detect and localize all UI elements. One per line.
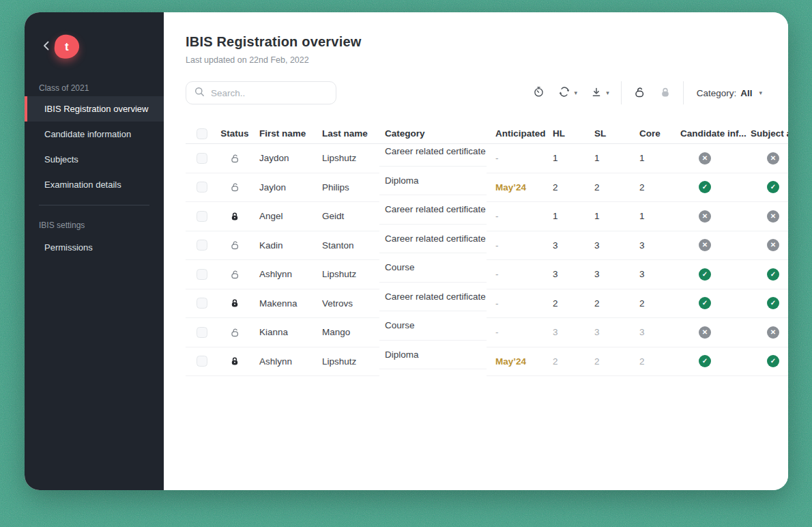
table-row[interactable]: AngelGeidtCareer related certificate-111… [186,202,788,231]
subject-approval-cell: ✕ [743,231,788,261]
status-cell [216,347,254,377]
sidebar-item-examination-details[interactable]: Examination details [25,172,164,197]
sl-cell: 3 [589,260,634,289]
table-row[interactable]: MakennaVetrovsCareer related certificate… [186,289,788,319]
unlock-button[interactable] [633,86,646,100]
search-input[interactable] [211,88,320,98]
last-name-cell: Geidt [317,202,379,231]
unlock-status-icon [229,327,240,338]
unlock-status-icon [229,153,240,164]
anticipated-cell: - [487,260,547,289]
row-checkbox[interactable] [197,153,207,164]
lock-status-icon [229,211,240,222]
category-value: Career related certificate [379,283,487,312]
sidebar-item-label: IBIS Registration overview [44,104,148,114]
sidebar-item-label: Examination details [44,180,121,190]
candidate-info-cell: ✕ [675,231,743,261]
first-name-cell: Ashlynn [254,347,317,377]
row-checkbox[interactable] [197,327,207,338]
unlock-status-icon [229,182,240,193]
candidate-info-rejected-badge: ✕ [699,239,711,251]
column-header-candidate-inf-: Candidate inf... [675,124,743,144]
subject-approval-cell: ✕ [743,318,788,347]
sidebar-item-permissions[interactable]: Permissions [25,235,164,260]
header-select-all-cell[interactable] [186,124,216,144]
hl-cell: 1 [547,144,589,173]
hl-cell: 3 [547,260,589,289]
candidate-info-cell: ✕ [675,318,743,347]
category-value: Course [379,253,487,283]
collapse-sidebar-button[interactable] [40,41,52,53]
category-value: Career related certificate [379,195,487,225]
toolbar-actions: ▾ ▾ [533,81,762,104]
first-name-cell: Kadin [254,231,317,261]
row-checkbox[interactable] [197,269,207,280]
sidebar-section: IBIS settingsPermissions [25,220,164,260]
subject-approval-cell: ✓ [743,347,788,377]
checkbox-cell [186,347,216,377]
select-all-checkbox[interactable] [197,128,207,139]
search-box[interactable] [186,81,336,104]
category-filter[interactable]: Category: All ▾ [697,88,762,98]
last-updated-text: Last updated on 22nd Feb, 2022 [186,55,309,65]
candidate-info-approved-badge: ✓ [699,268,711,281]
first-name-cell: Ashlynn [254,260,317,289]
sl-cell: 1 [589,144,634,173]
hl-cell: 3 [547,318,589,347]
subject-approval-approved-badge: ✓ [767,297,779,309]
refresh-button[interactable]: ▾ [558,86,578,100]
app-logo[interactable]: t [53,33,80,60]
sl-cell: 3 [589,318,634,347]
sidebar-nav: Class of 2021IBIS Registration overviewC… [25,83,164,260]
chevron-down-icon: ▾ [759,90,762,96]
core-cell: 3 [634,231,675,261]
last-name-cell: Lipshutz [317,144,379,173]
column-header-sl: SL [589,124,634,144]
row-checkbox[interactable] [197,356,207,367]
last-name-cell: Vetrovs [317,289,379,319]
column-header-first-name: First name [254,124,317,144]
row-checkbox[interactable] [197,240,207,251]
table-header-row: StatusFirst nameLast nameCategoryAnticip… [186,124,788,144]
table-row[interactable]: AshlynnLipshutzDiplomaMay’24222✓✓ [186,347,788,377]
sidebar-item-candidate-information[interactable]: Candidate information [25,122,164,147]
sidebar-item-ibis-registration-overview[interactable]: IBIS Registration overview [25,96,164,122]
row-checkbox[interactable] [197,298,207,309]
candidate-info-cell: ✓ [675,347,743,377]
table-row[interactable]: AshlynnLipshutzCourse-333✓✓ [186,260,788,289]
category-cell[interactable]: Diploma [379,347,487,377]
subject-approval-rejected-badge: ✕ [767,210,779,223]
category-value: Diploma [379,167,487,196]
subject-approval-cell: ✓ [743,289,788,319]
row-checkbox[interactable] [197,211,207,222]
table-row[interactable]: JaydonLipshutzCareer related certificate… [186,144,788,173]
table-row[interactable]: JaylonPhilipsDiplomaMay’24222✓✓ [186,173,788,203]
candidate-info-approved-badge: ✓ [699,297,711,309]
anticipated-value: - [495,153,499,163]
timer-button[interactable] [533,86,545,100]
category-value: Career related certificate [379,225,487,254]
candidate-info-cell: ✕ [675,144,743,173]
page-title: IBIS Registration overview [186,34,362,50]
column-header-subject-approval: Subject approval [743,124,788,144]
download-button[interactable]: ▾ [591,87,609,100]
category-value: Diploma [379,341,487,370]
table-row[interactable]: KadinStantonCareer related certificate-3… [186,231,788,261]
sidebar-item-label: Subjects [44,154,78,165]
core-cell: 2 [634,347,675,377]
table-row[interactable]: KiannaMangoCourse-333✕✕ [186,318,788,347]
first-name-cell: Jaydon [254,144,317,173]
subject-approval-approved-badge: ✓ [767,268,779,281]
sidebar: t Class of 2021IBIS Registration overvie… [25,12,164,490]
anticipated-value: May’24 [495,182,526,193]
candidate-info-cell: ✓ [675,260,743,289]
app-window: t Class of 2021IBIS Registration overvie… [25,12,788,490]
sidebar-item-subjects[interactable]: Subjects [25,147,164,172]
row-checkbox[interactable] [197,182,207,193]
sl-cell: 1 [589,202,634,231]
sl-cell: 2 [589,289,634,319]
anticipated-value: - [495,327,499,337]
anticipated-cell: - [487,231,547,261]
lock-button[interactable] [659,86,671,100]
last-name-cell: Lipshutz [317,260,379,289]
